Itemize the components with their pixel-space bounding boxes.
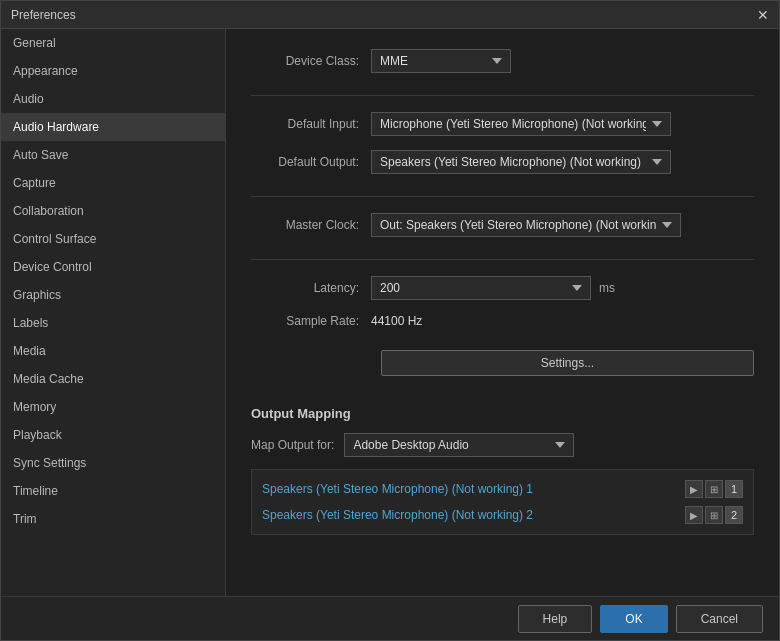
content-area: GeneralAppearanceAudioAudio HardwareAuto… (1, 29, 779, 596)
speaker-number: 1 (725, 480, 743, 498)
sidebar-item-trim[interactable]: Trim (1, 505, 225, 533)
map-output-select[interactable]: Adobe Desktop AudioCustom (344, 433, 574, 457)
output-mapping-section: Output Mapping Map Output for: Adobe Des… (251, 406, 754, 535)
help-button[interactable]: Help (518, 605, 593, 633)
default-output-label: Default Output: (251, 155, 371, 169)
sidebar-item-graphics[interactable]: Graphics (1, 281, 225, 309)
output-mapping-title: Output Mapping (251, 406, 754, 421)
title-bar: Preferences ✕ (1, 1, 779, 29)
sidebar-item-auto-save[interactable]: Auto Save (1, 141, 225, 169)
sidebar-item-media[interactable]: Media (1, 337, 225, 365)
master-clock-select[interactable]: Out: Speakers (Yeti Stereo Microphone) (… (371, 213, 681, 237)
preferences-dialog: Preferences ✕ GeneralAppearanceAudioAudi… (0, 0, 780, 641)
default-output-row: Default Output: Speakers (Yeti Stereo Mi… (251, 150, 754, 174)
master-clock-label: Master Clock: (251, 218, 371, 232)
default-input-label: Default Input: (251, 117, 371, 131)
device-class-select[interactable]: MMEASIOWDM (371, 49, 511, 73)
sidebar-item-audio-hardware[interactable]: Audio Hardware (1, 113, 225, 141)
divider-2 (251, 196, 754, 197)
sidebar-item-sync-settings[interactable]: Sync Settings (1, 449, 225, 477)
master-clock-row: Master Clock: Out: Speakers (Yeti Stereo… (251, 213, 754, 237)
divider-3 (251, 259, 754, 260)
sidebar-item-appearance[interactable]: Appearance (1, 57, 225, 85)
sidebar-item-general[interactable]: General (1, 29, 225, 57)
device-class-row: Device Class: MMEASIOWDM (251, 49, 754, 73)
latency-row: Latency: 200 ms (251, 276, 754, 300)
sample-rate-row: Sample Rate: 44100 Hz (251, 314, 754, 328)
speaker-row: Speakers (Yeti Stereo Microphone) (Not w… (252, 502, 753, 528)
ms-unit-label: ms (599, 281, 615, 295)
sidebar-item-memory[interactable]: Memory (1, 393, 225, 421)
speaker-label: Speakers (Yeti Stereo Microphone) (Not w… (262, 508, 533, 522)
speaker-label: Speakers (Yeti Stereo Microphone) (Not w… (262, 482, 533, 496)
cancel-button[interactable]: Cancel (676, 605, 763, 633)
main-panel: Device Class: MMEASIOWDM Default Input: … (226, 29, 779, 596)
ok-button[interactable]: OK (600, 605, 667, 633)
sidebar-item-audio[interactable]: Audio (1, 85, 225, 113)
map-output-label: Map Output for: (251, 438, 334, 452)
speaker-number: 2 (725, 506, 743, 524)
sidebar-item-capture[interactable]: Capture (1, 169, 225, 197)
sample-rate-value: 44100 Hz (371, 314, 422, 328)
divider-1 (251, 95, 754, 96)
speaker-split-button[interactable]: ⊞ (705, 506, 723, 524)
default-input-select[interactable]: Microphone (Yeti Stereo Microphone) (Not… (371, 112, 671, 136)
sidebar-item-timeline[interactable]: Timeline (1, 477, 225, 505)
sidebar-item-collaboration[interactable]: Collaboration (1, 197, 225, 225)
speaker-split-button[interactable]: ⊞ (705, 480, 723, 498)
speaker-controls: ▶⊞2 (685, 506, 743, 524)
default-output-select[interactable]: Speakers (Yeti Stereo Microphone) (Not w… (371, 150, 671, 174)
default-input-row: Default Input: Microphone (Yeti Stereo M… (251, 112, 754, 136)
sidebar-item-media-cache[interactable]: Media Cache (1, 365, 225, 393)
speaker-controls: ▶⊞1 (685, 480, 743, 498)
dialog-title: Preferences (11, 8, 76, 22)
speaker-play-button[interactable]: ▶ (685, 506, 703, 524)
sample-rate-label: Sample Rate: (251, 314, 371, 328)
latency-select[interactable]: 200 (371, 276, 591, 300)
speaker-play-button[interactable]: ▶ (685, 480, 703, 498)
close-button[interactable]: ✕ (757, 8, 769, 22)
device-class-label: Device Class: (251, 54, 371, 68)
settings-button[interactable]: Settings... (381, 350, 754, 376)
map-output-row: Map Output for: Adobe Desktop AudioCusto… (251, 433, 754, 457)
sidebar-item-playback[interactable]: Playback (1, 421, 225, 449)
sidebar-item-control-surface[interactable]: Control Surface (1, 225, 225, 253)
footer: Help OK Cancel (1, 596, 779, 640)
sidebar-item-labels[interactable]: Labels (1, 309, 225, 337)
sidebar-item-device-control[interactable]: Device Control (1, 253, 225, 281)
speaker-row: Speakers (Yeti Stereo Microphone) (Not w… (252, 476, 753, 502)
speakers-list: Speakers (Yeti Stereo Microphone) (Not w… (251, 469, 754, 535)
latency-label: Latency: (251, 281, 371, 295)
sidebar: GeneralAppearanceAudioAudio HardwareAuto… (1, 29, 226, 596)
